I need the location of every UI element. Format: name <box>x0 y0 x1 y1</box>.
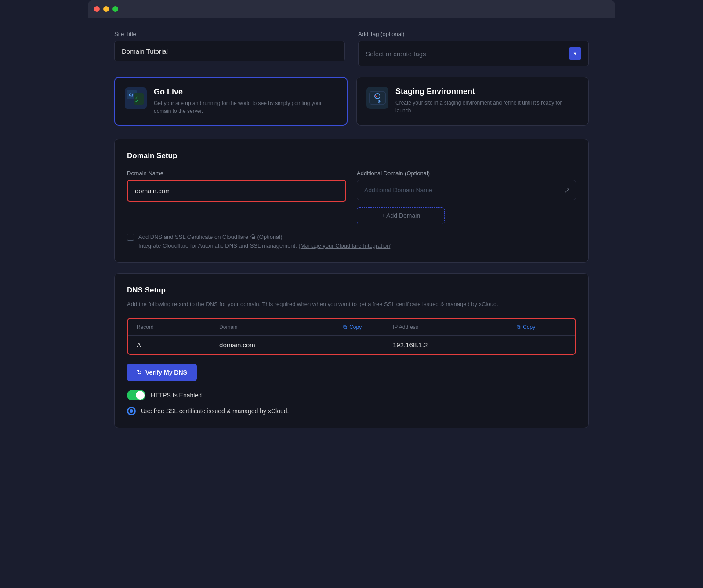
ssl-radio[interactable] <box>127 407 136 415</box>
dns-setup-section: DNS Setup Add the following record to th… <box>114 273 589 428</box>
copy-domain-button[interactable]: ⧉ Copy <box>343 324 362 330</box>
staging-title: Staging Environment <box>395 87 579 96</box>
tags-placeholder: Select or create tags <box>366 50 426 58</box>
domain-name-label: Domain Name <box>127 170 346 177</box>
additional-domain-wrap: ↗ <box>357 180 576 200</box>
go-live-icon: ⚙ ✓ ✓ <box>125 87 147 109</box>
cloudflare-label: Add DNS and SSL Certificate on Cloudflar… <box>138 234 283 240</box>
staging-desc: Create your site in a staging environmen… <box>395 99 579 115</box>
verify-dns-button[interactable]: ↻ Verify My DNS <box>127 364 197 381</box>
col-ip-copy: ⧉ Copy <box>517 324 566 330</box>
site-title-label: Site Title <box>114 31 345 37</box>
col-domain-header: Domain <box>219 324 343 330</box>
dns-record-value: A <box>137 341 219 349</box>
go-live-card[interactable]: ⚙ ✓ ✓ Go Live Get your site up and runni… <box>114 77 348 126</box>
cloudflare-checkbox[interactable] <box>127 234 134 241</box>
col-record-header: Record <box>137 324 219 330</box>
go-live-desc: Get your site up and running for the wor… <box>154 99 337 115</box>
verify-dns-label: Verify My DNS <box>145 369 187 376</box>
tags-select[interactable]: Select or create tags ▼ <box>358 41 589 66</box>
external-link-icon: ↗ <box>564 186 570 195</box>
option-cards: ⚙ ✓ ✓ Go Live Get your site up and runni… <box>114 77 589 126</box>
staging-card[interactable]: ✕ ⚙ Staging Environment Create your site… <box>356 77 589 126</box>
dns-description: Add the following record to the DNS for … <box>127 300 576 309</box>
tags-arrow-icon: ▼ <box>569 47 581 60</box>
cloudflare-text: Add DNS and SSL Certificate on Cloudflar… <box>138 233 392 250</box>
col-domain-copy: ⧉ Copy <box>343 324 393 330</box>
dns-domain-value: domain.com <box>219 341 343 349</box>
svg-text:✕: ✕ <box>374 94 378 99</box>
https-label: HTTPS Is Enabled <box>151 392 202 399</box>
dot-green[interactable] <box>112 6 118 12</box>
dns-setup-title: DNS Setup <box>127 286 576 295</box>
dns-table: Record Domain ⧉ Copy IP Address ⧉ Copy <box>127 318 576 355</box>
verify-dns-icon: ↻ <box>137 369 142 376</box>
svg-text:✓: ✓ <box>135 99 138 104</box>
cloudflare-link[interactable]: Manage your Cloudflare Integration <box>301 242 390 249</box>
svg-text:⚙: ⚙ <box>377 99 381 104</box>
copy-domain-icon: ⧉ <box>343 324 347 330</box>
add-domain-button[interactable]: + Add Domain <box>357 207 445 224</box>
add-tag-label: Add Tag (optional) <box>358 31 589 37</box>
go-live-card-content: Go Live Get your site up and running for… <box>154 87 337 115</box>
ssl-radio-row: Use free SSL certificate issued & manage… <box>127 407 576 415</box>
titlebar <box>88 0 615 18</box>
dot-yellow[interactable] <box>103 6 109 12</box>
additional-domain-input[interactable] <box>357 180 576 200</box>
site-title-input[interactable] <box>114 41 345 61</box>
https-toggle[interactable] <box>127 390 145 400</box>
svg-text:⚙: ⚙ <box>128 92 134 99</box>
radio-inner <box>130 409 133 413</box>
copy-domain-label: Copy <box>349 324 362 330</box>
dns-ip-value: 192.168.1.2 <box>393 341 517 349</box>
toggle-thumb <box>136 391 145 400</box>
copy-ip-button[interactable]: ⧉ Copy <box>517 324 535 330</box>
domain-setup-title: Domain Setup <box>127 152 576 160</box>
https-toggle-row: HTTPS Is Enabled <box>127 390 576 400</box>
ssl-label: Use free SSL certificate issued & manage… <box>141 408 289 415</box>
cloudflare-row: Add DNS and SSL Certificate on Cloudflar… <box>127 233 576 250</box>
additional-domain-label: Additional Domain (Optional) <box>357 170 576 177</box>
copy-ip-icon: ⧉ <box>517 324 521 330</box>
go-live-title: Go Live <box>154 87 337 97</box>
col-ip-header: IP Address <box>393 324 517 330</box>
copy-ip-label: Copy <box>523 324 535 330</box>
domain-setup-section: Domain Setup Domain Name Additional Doma… <box>114 139 589 263</box>
dot-red[interactable] <box>94 6 100 12</box>
staging-card-content: Staging Environment Create your site in … <box>395 87 579 115</box>
domain-name-input[interactable] <box>127 180 346 202</box>
dns-table-row: A domain.com 192.168.1.2 <box>128 336 575 354</box>
staging-icon: ✕ ⚙ <box>366 87 388 109</box>
dns-table-header: Record Domain ⧉ Copy IP Address ⧉ Copy <box>128 319 575 336</box>
